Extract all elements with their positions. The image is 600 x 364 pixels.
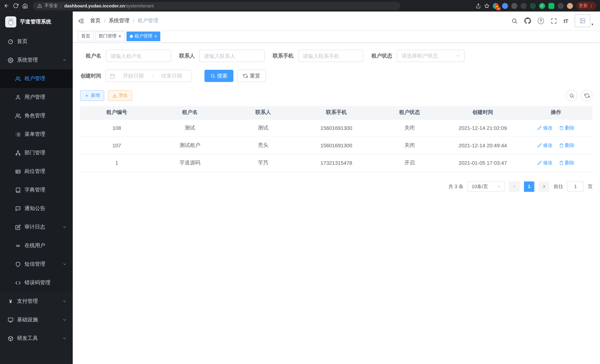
download-icon: [112, 93, 117, 98]
sidebar-item-label: 错误码管理: [25, 280, 67, 286]
sidebar-item-label: 审计日志: [25, 224, 59, 230]
column-header: 租户编号: [80, 106, 153, 119]
sidebar-item-error-code[interactable]: 错误码管理: [0, 273, 73, 292]
goto-page-input[interactable]: [567, 181, 584, 192]
sidebar-item-role[interactable]: 角色管理: [0, 106, 73, 125]
home-icon[interactable]: [22, 3, 28, 9]
breadcrumb-separator: /: [104, 18, 105, 24]
avatar[interactable]: ▾: [575, 14, 593, 27]
cell-phone: 15601691300: [300, 137, 373, 154]
delete-link[interactable]: 删除: [559, 142, 575, 149]
sidebar-item-label: 字典管理: [25, 187, 67, 193]
toggle-search-button[interactable]: [566, 90, 577, 101]
sidebar-group-sms[interactable]: 短信管理: [0, 255, 73, 273]
url-text[interactable]: dashboard.yudao.iocoder.cn/system/tenant: [64, 3, 154, 8]
sidebar-item-post[interactable]: 岗位管理: [0, 162, 73, 181]
sidebar-group-system[interactable]: 系统管理: [0, 51, 73, 69]
browser-update-button[interactable]: 更新: [576, 1, 596, 10]
page-size-select[interactable]: 10条/页: [468, 181, 505, 192]
address-bar[interactable]: 不安全 | dashboard.yudao.iocoder.cn/system/…: [33, 2, 400, 10]
mobile-label: 联系手机: [273, 53, 293, 59]
rabbit-logo-icon: [7, 18, 14, 26]
filter-tenant-name: 租户名: [80, 50, 171, 62]
system-submenu: 租户管理 用户管理 角色管理 菜单管理: [0, 69, 73, 292]
extension-icon[interactable]: [521, 3, 526, 9]
sidebar-item-menu[interactable]: 菜单管理: [0, 125, 73, 144]
edit-link[interactable]: 修改: [537, 159, 553, 166]
extension-icon[interactable]: [511, 3, 517, 9]
sidebar-item-notice[interactable]: 通知公告: [0, 199, 73, 218]
sidebar-item-label: 系统管理: [17, 57, 59, 64]
logo[interactable]: 芋道管理系统: [0, 11, 73, 32]
reload-icon[interactable]: [13, 3, 19, 9]
broken-image-icon: [580, 18, 586, 24]
add-button[interactable]: 新增: [80, 90, 104, 101]
book-icon: [15, 187, 21, 193]
refresh-table-button[interactable]: [581, 90, 593, 101]
mobile-input[interactable]: [298, 50, 363, 62]
extension-icon[interactable]: [530, 3, 536, 9]
edit-icon: [537, 160, 542, 165]
browser-menu-kebab-icon[interactable]: [589, 3, 594, 8]
edit-document-icon: [15, 224, 21, 230]
page-number-button[interactable]: 1: [524, 181, 534, 192]
cell-status: 关闭: [373, 137, 446, 154]
close-icon[interactable]: ×: [118, 34, 121, 38]
extension-icon[interactable]: ✓: [539, 3, 545, 9]
extension-icon[interactable]: [558, 3, 564, 9]
sidebar-group-dev-tools[interactable]: 研发工具: [0, 329, 73, 348]
main-area: 首页 / 系统管理 / 租户管理 ? tT ▾: [73, 11, 600, 364]
help-icon[interactable]: ?: [538, 18, 544, 24]
tab-home[interactable]: 首页: [78, 31, 94, 41]
contact-input[interactable]: [199, 50, 264, 62]
share-icon[interactable]: [476, 3, 481, 8]
update-label: 更新: [579, 3, 588, 9]
sidebar-item-online-user[interactable]: 在线用户: [0, 236, 73, 255]
breadcrumb-item[interactable]: 系统管理: [109, 18, 130, 24]
search-icon[interactable]: [511, 18, 518, 24]
prev-page-button[interactable]: [509, 181, 520, 192]
fullscreen-icon[interactable]: [551, 18, 557, 24]
github-icon[interactable]: [524, 18, 531, 24]
extension-icon[interactable]: [548, 3, 554, 9]
create-time-range-picker[interactable]: 开始日期 - 结束日期: [106, 70, 192, 82]
filter-mobile: 联系手机: [273, 50, 363, 62]
export-button[interactable]: 导出: [108, 90, 132, 101]
delete-link[interactable]: 删除: [559, 124, 575, 131]
sidebar: 芋道管理系统 首页 系统管理 租户管理: [0, 11, 73, 364]
sidebar-item-dict[interactable]: 字典管理: [0, 181, 73, 199]
sidebar-item-tenant[interactable]: 租户管理: [0, 69, 73, 88]
close-icon[interactable]: ×: [154, 34, 157, 38]
edit-link[interactable]: 修改: [537, 142, 553, 149]
bookmark-star-icon[interactable]: [484, 3, 489, 8]
search-button[interactable]: 搜索: [205, 70, 233, 82]
back-icon[interactable]: [4, 3, 9, 9]
font-size-icon[interactable]: tT: [564, 18, 568, 24]
sidebar-toggle-icon[interactable]: [78, 18, 84, 24]
delete-link[interactable]: 删除: [559, 159, 575, 166]
cell-status: 开启: [373, 154, 446, 171]
url-path: /system/tenant: [125, 3, 154, 8]
tenant-status-select[interactable]: 请选择租户状态: [397, 50, 465, 62]
sidebar-item-home[interactable]: 首页: [0, 32, 73, 51]
cell-tenant-name: 测试: [153, 119, 227, 137]
breadcrumb-item[interactable]: 首页: [90, 18, 101, 24]
profile-avatar-icon[interactable]: [567, 3, 573, 9]
sidebar-group-audit-log[interactable]: 审计日志: [0, 218, 73, 236]
reset-button[interactable]: 重置: [237, 70, 266, 82]
tab-dept[interactable]: 部门管理 ×: [95, 31, 124, 41]
tenant-table: 租户编号 租户名 联系人 联系手机 租户状态 创建时间 操作 108 测试: [80, 106, 593, 172]
security-label[interactable]: 不安全: [45, 3, 58, 9]
column-header: 操作: [519, 106, 593, 119]
tenant-name-input[interactable]: [106, 50, 171, 62]
sidebar-item-dept[interactable]: 部门管理: [0, 144, 73, 162]
next-page-button[interactable]: [538, 181, 550, 192]
sidebar-group-infra[interactable]: 基础设施: [0, 311, 73, 329]
sidebar-group-pay[interactable]: ¥ 支付管理: [0, 292, 73, 311]
sidebar-item-user[interactable]: 用户管理: [0, 88, 73, 106]
edit-link[interactable]: 修改: [537, 124, 553, 131]
extension-icon[interactable]: [502, 3, 508, 9]
tab-tenant[interactable]: 租户管理 ×: [126, 31, 160, 41]
add-button-label: 新增: [91, 92, 100, 99]
extension-icon[interactable]: 10: [493, 3, 499, 9]
